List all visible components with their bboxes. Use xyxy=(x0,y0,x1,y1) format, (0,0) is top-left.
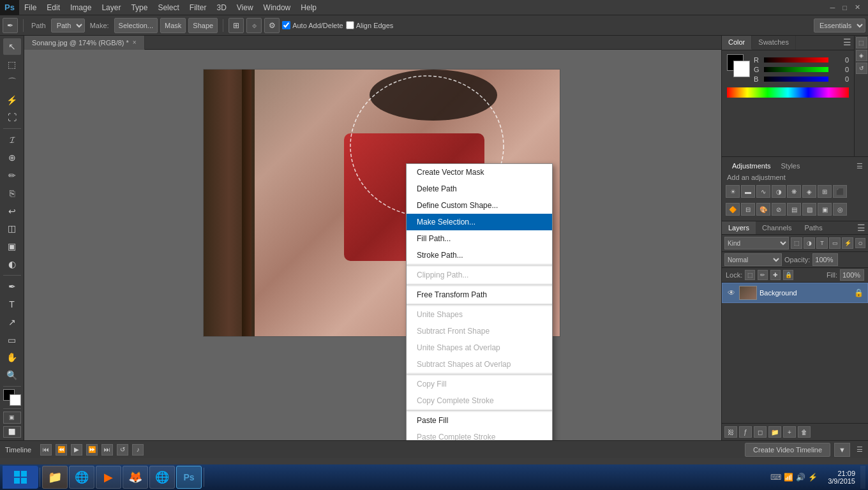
start-button[interactable] xyxy=(3,466,38,489)
warp-icon[interactable]: ⟐ xyxy=(246,18,262,33)
hand-tool[interactable]: ✋ xyxy=(3,349,21,366)
taskbar-photoshop[interactable]: Ps xyxy=(176,466,202,489)
link-layers-btn[interactable]: ⛓ xyxy=(724,426,737,438)
tl-last-btn[interactable]: ⏭ xyxy=(101,444,113,456)
fill-input[interactable] xyxy=(840,269,864,281)
ctx-free-transform-path[interactable]: Free Transform Path xyxy=(407,286,552,303)
ctx-create-vector-mask[interactable]: Create Vector Mask xyxy=(407,164,552,181)
levels-icon[interactable]: ▬ xyxy=(741,185,755,198)
ctx-make-selection[interactable]: Make Selection... xyxy=(407,214,552,230)
menu-view[interactable]: View xyxy=(232,0,258,15)
essentials-select[interactable]: Essentials xyxy=(814,19,865,33)
color-tab[interactable]: Color xyxy=(722,36,752,50)
delete-layer-btn[interactable]: 🗑 xyxy=(798,426,811,438)
transform-icon[interactable]: ⊞ xyxy=(228,18,244,33)
heal-tool[interactable]: ⊕ xyxy=(3,149,21,166)
close-btn[interactable]: ✕ xyxy=(852,3,863,11)
settings-icon[interactable]: ⚙ xyxy=(264,18,280,33)
panel-icon-1[interactable]: ⬚ xyxy=(856,37,867,48)
vibrance-icon[interactable]: ❋ xyxy=(787,185,801,198)
tl-next-btn[interactable]: ⏩ xyxy=(86,444,98,456)
shape-btn[interactable]: Shape xyxy=(188,18,218,33)
marquee-tool[interactable]: ⬚ xyxy=(3,56,21,73)
menu-layer[interactable]: Layer xyxy=(96,0,126,15)
ctx-fill-path[interactable]: Fill Path... xyxy=(407,230,552,247)
create-video-btn[interactable]: Create Video Timeline xyxy=(745,443,830,457)
threshold-icon[interactable]: ▧ xyxy=(802,203,816,216)
path-select[interactable]: Path xyxy=(51,19,85,33)
eyedropper-tool[interactable]: 𝓘 xyxy=(3,131,21,148)
kind-select[interactable]: Kind xyxy=(724,237,789,249)
path-select-tool[interactable]: ↗ xyxy=(3,314,21,330)
menu-select[interactable]: Select xyxy=(153,0,184,15)
menu-filter[interactable]: Filter xyxy=(184,0,212,15)
dodge-tool[interactable]: ◐ xyxy=(3,256,21,272)
layer-visibility-icon[interactable]: 👁 xyxy=(726,288,737,298)
mask-btn[interactable]: Mask xyxy=(160,18,186,33)
pen-tool[interactable]: ✒ xyxy=(3,278,21,295)
menu-window[interactable]: Window xyxy=(258,0,296,15)
tl-loop-btn[interactable]: ↺ xyxy=(117,444,128,456)
exposure-icon[interactable]: ◑ xyxy=(772,185,786,198)
ctx-unite-shapes[interactable]: Unite Shapes xyxy=(407,306,552,323)
type-filter-icon[interactable]: T xyxy=(816,237,828,249)
swatches-tab[interactable]: Swatches xyxy=(752,36,796,50)
screen-mode-btn[interactable]: ⬜ xyxy=(3,426,21,438)
layers-tab[interactable]: Layers xyxy=(722,221,756,234)
curves-icon[interactable]: ∿ xyxy=(756,185,770,198)
adjustments-tab[interactable]: Adjustments xyxy=(727,161,776,171)
lock-paint-btn[interactable]: ✏ xyxy=(758,270,768,280)
add-mask-btn[interactable]: ◻ xyxy=(754,426,767,438)
pixel-filter-icon[interactable]: ⬚ xyxy=(791,237,802,249)
channel-mixer-icon[interactable]: ⊟ xyxy=(741,203,755,216)
color-swatch-pair[interactable] xyxy=(3,389,21,406)
menu-3d[interactable]: 3D xyxy=(211,0,231,15)
maximize-btn[interactable]: □ xyxy=(840,4,849,11)
taskbar-ie[interactable]: 🌐 xyxy=(69,466,94,489)
menu-help[interactable]: Help xyxy=(296,0,322,15)
layer-item[interactable]: 👁 Background 🔒 xyxy=(722,283,868,303)
brush-tool[interactable]: ✏ xyxy=(3,167,21,184)
menu-edit[interactable]: Edit xyxy=(41,0,65,15)
ctx-stroke-path[interactable]: Stroke Path... xyxy=(407,247,552,264)
create-video-dropdown[interactable]: ▼ xyxy=(834,443,850,457)
ctx-define-custom-shape[interactable]: Define Custom Shape... xyxy=(407,197,552,214)
posterize-icon[interactable]: ▤ xyxy=(787,203,801,216)
panel-options-icon[interactable]: ☰ xyxy=(841,36,854,50)
ctx-copy-complete-stroke[interactable]: Copy Complete Stroke xyxy=(407,392,552,409)
r-slider[interactable] xyxy=(764,57,828,63)
quick-select-tool[interactable]: ⚡ xyxy=(3,92,21,108)
new-layer-btn[interactable]: + xyxy=(783,426,796,438)
show-desktop-btn[interactable] xyxy=(860,466,865,489)
shape-tool[interactable]: ▭ xyxy=(3,332,21,348)
tl-play-btn[interactable]: ▶ xyxy=(71,444,82,456)
ctx-subtract-front-shape[interactable]: Subtract Front Shape xyxy=(407,323,552,339)
clone-tool[interactable]: ⎘ xyxy=(3,185,21,202)
ctx-paste-complete-stroke[interactable]: Paste Complete Stroke xyxy=(407,429,552,440)
canvas-content[interactable]: Create Vector Mask Delete Path Define Cu… xyxy=(24,50,721,440)
invert-icon[interactable]: ⊘ xyxy=(772,203,786,216)
auto-add-delete-checkbox[interactable]: Auto Add/Delete xyxy=(282,21,343,29)
taskbar-firefox[interactable]: 🦊 xyxy=(123,466,148,489)
timeline-menu-icon[interactable]: ☰ xyxy=(857,445,863,454)
styles-tab[interactable]: Styles xyxy=(776,161,805,171)
lock-all-btn[interactable]: 🔒 xyxy=(783,270,793,280)
adjustment-filter-icon[interactable]: ◑ xyxy=(804,237,815,249)
adj-panel-menu[interactable]: ☰ xyxy=(857,162,863,170)
ctx-clipping-path[interactable]: Clipping Path... xyxy=(407,267,552,283)
align-edges-checkbox[interactable]: Align Edges xyxy=(346,21,394,29)
color-spectrum[interactable] xyxy=(727,87,849,98)
zoom-tool[interactable]: 🔍 xyxy=(3,367,21,383)
document-tab[interactable]: Sonang.jpg @ 174% (RGB/8) * × xyxy=(24,36,145,50)
move-tool[interactable]: ↖ xyxy=(3,38,21,55)
blend-mode-select[interactable]: Normal xyxy=(724,253,782,266)
opacity-input[interactable] xyxy=(812,253,838,266)
background-color[interactable] xyxy=(733,61,750,77)
crop-tool[interactable]: ⛶ xyxy=(3,109,21,126)
ctx-subtract-shapes-overlap[interactable]: Subtract Shapes at Overlap xyxy=(407,356,552,373)
color-lookup-icon[interactable]: 🎨 xyxy=(756,203,770,216)
history-brush[interactable]: ↩ xyxy=(3,203,21,219)
b-slider[interactable] xyxy=(764,77,828,82)
layers-panel-menu[interactable]: ☰ xyxy=(855,221,868,234)
photo-filter-icon[interactable]: 🔶 xyxy=(726,203,740,216)
